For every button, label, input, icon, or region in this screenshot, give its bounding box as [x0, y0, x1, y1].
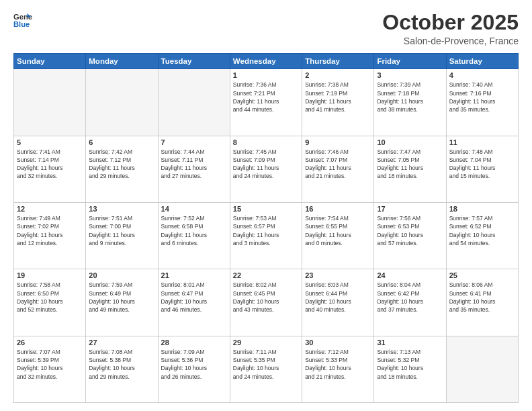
day-number: 11	[449, 138, 515, 146]
calendar-table: SundayMondayTuesdayWednesdayThursdayFrid…	[13, 53, 519, 403]
logo-icon: General Blue	[13, 11, 32, 30]
day-number: 16	[305, 205, 371, 213]
day-info: Sunrise: 7:45 AM Sunset: 7:09 PM Dayligh…	[233, 148, 299, 181]
calendar-cell: 12Sunrise: 7:49 AM Sunset: 7:02 PM Dayli…	[14, 202, 86, 269]
day-info: Sunrise: 7:13 AM Sunset: 5:32 PM Dayligh…	[377, 348, 443, 381]
week-row-4: 26Sunrise: 7:07 AM Sunset: 5:39 PM Dayli…	[14, 336, 519, 402]
calendar-cell: 21Sunrise: 8:01 AM Sunset: 6:47 PM Dayli…	[158, 269, 230, 336]
calendar-cell: 31Sunrise: 7:13 AM Sunset: 5:32 PM Dayli…	[374, 336, 446, 402]
calendar-cell: 28Sunrise: 7:09 AM Sunset: 5:36 PM Dayli…	[158, 336, 230, 402]
calendar-cell: 20Sunrise: 7:59 AM Sunset: 6:49 PM Dayli…	[86, 269, 158, 336]
calendar-cell: 7Sunrise: 7:44 AM Sunset: 7:11 PM Daylig…	[158, 136, 230, 202]
day-number: 17	[377, 205, 443, 213]
day-number: 30	[305, 338, 371, 347]
day-info: Sunrise: 8:04 AM Sunset: 6:42 PM Dayligh…	[377, 281, 443, 314]
day-number: 29	[233, 338, 299, 347]
day-info: Sunrise: 7:08 AM Sunset: 5:38 PM Dayligh…	[89, 348, 154, 381]
day-number: 13	[89, 205, 154, 213]
logo: General Blue	[13, 11, 32, 30]
calendar-cell: 11Sunrise: 7:48 AM Sunset: 7:04 PM Dayli…	[446, 136, 518, 202]
calendar-cell: 17Sunrise: 7:56 AM Sunset: 6:53 PM Dayli…	[374, 202, 446, 269]
day-info: Sunrise: 7:52 AM Sunset: 6:58 PM Dayligh…	[161, 214, 227, 247]
day-info: Sunrise: 7:36 AM Sunset: 7:21 PM Dayligh…	[233, 81, 299, 113]
calendar-cell: 5Sunrise: 7:41 AM Sunset: 7:14 PM Daylig…	[14, 136, 86, 202]
weekday-header-saturday: Saturday	[446, 54, 518, 69]
weekday-header-tuesday: Tuesday	[158, 54, 230, 69]
calendar-cell: 16Sunrise: 7:54 AM Sunset: 6:55 PM Dayli…	[302, 202, 374, 269]
calendar-cell: 23Sunrise: 8:03 AM Sunset: 6:44 PM Dayli…	[302, 269, 374, 336]
day-number: 28	[161, 338, 227, 347]
day-info: Sunrise: 7:38 AM Sunset: 7:19 PM Dayligh…	[305, 81, 371, 113]
day-number: 22	[233, 271, 299, 279]
day-number: 20	[89, 271, 154, 279]
weekday-header-sunday: Sunday	[14, 54, 86, 69]
day-number: 21	[161, 271, 227, 279]
calendar-cell: 29Sunrise: 7:11 AM Sunset: 5:35 PM Dayli…	[230, 336, 302, 402]
calendar-cell: 26Sunrise: 7:07 AM Sunset: 5:39 PM Dayli…	[14, 336, 86, 402]
day-info: Sunrise: 7:41 AM Sunset: 7:14 PM Dayligh…	[17, 148, 83, 181]
day-number: 12	[17, 205, 83, 213]
day-number: 18	[449, 205, 515, 213]
day-info: Sunrise: 8:01 AM Sunset: 6:47 PM Dayligh…	[161, 281, 227, 314]
day-info: Sunrise: 7:54 AM Sunset: 6:55 PM Dayligh…	[305, 214, 371, 247]
day-info: Sunrise: 7:46 AM Sunset: 7:07 PM Dayligh…	[305, 148, 371, 181]
day-info: Sunrise: 7:48 AM Sunset: 7:04 PM Dayligh…	[449, 148, 515, 181]
calendar-cell: 27Sunrise: 7:08 AM Sunset: 5:38 PM Dayli…	[86, 336, 158, 402]
day-info: Sunrise: 7:11 AM Sunset: 5:35 PM Dayligh…	[233, 348, 299, 381]
day-number: 23	[305, 271, 371, 279]
day-info: Sunrise: 7:47 AM Sunset: 7:05 PM Dayligh…	[377, 148, 443, 181]
calendar-cell: 13Sunrise: 7:51 AM Sunset: 7:00 PM Dayli…	[86, 202, 158, 269]
calendar-cell: 30Sunrise: 7:12 AM Sunset: 5:33 PM Dayli…	[302, 336, 374, 402]
page: General Blue October 2025 Salon-de-Prove…	[0, 0, 532, 411]
day-number: 3	[377, 71, 443, 79]
day-number: 4	[449, 71, 515, 79]
location: Salon-de-Provence, France	[382, 36, 519, 46]
svg-text:Blue: Blue	[13, 20, 30, 28]
day-number: 31	[377, 338, 443, 347]
week-row-3: 19Sunrise: 7:58 AM Sunset: 6:50 PM Dayli…	[14, 269, 519, 336]
calendar-cell: 14Sunrise: 7:52 AM Sunset: 6:58 PM Dayli…	[158, 202, 230, 269]
week-row-2: 12Sunrise: 7:49 AM Sunset: 7:02 PM Dayli…	[14, 202, 519, 269]
day-info: Sunrise: 7:56 AM Sunset: 6:53 PM Dayligh…	[377, 214, 443, 247]
calendar-cell: 10Sunrise: 7:47 AM Sunset: 7:05 PM Dayli…	[374, 136, 446, 202]
day-number: 19	[17, 271, 83, 279]
weekday-header-friday: Friday	[374, 54, 446, 69]
day-info: Sunrise: 7:39 AM Sunset: 7:18 PM Dayligh…	[377, 81, 443, 113]
calendar-cell: 22Sunrise: 8:02 AM Sunset: 6:45 PM Dayli…	[230, 269, 302, 336]
day-info: Sunrise: 7:40 AM Sunset: 7:16 PM Dayligh…	[449, 81, 515, 113]
month-title: October 2025	[382, 11, 519, 34]
day-info: Sunrise: 7:44 AM Sunset: 7:11 PM Dayligh…	[161, 148, 227, 181]
day-info: Sunrise: 7:58 AM Sunset: 6:50 PM Dayligh…	[17, 281, 83, 314]
calendar-cell: 24Sunrise: 8:04 AM Sunset: 6:42 PM Dayli…	[374, 269, 446, 336]
calendar-cell	[158, 69, 230, 136]
calendar-cell	[446, 336, 518, 402]
header: General Blue October 2025 Salon-de-Prove…	[13, 11, 519, 46]
calendar-cell: 9Sunrise: 7:46 AM Sunset: 7:07 PM Daylig…	[302, 136, 374, 202]
day-number: 10	[377, 138, 443, 146]
day-number: 8	[233, 138, 299, 146]
calendar-cell	[14, 69, 86, 136]
day-info: Sunrise: 7:42 AM Sunset: 7:12 PM Dayligh…	[89, 148, 154, 181]
day-info: Sunrise: 7:59 AM Sunset: 6:49 PM Dayligh…	[89, 281, 154, 314]
calendar-cell: 19Sunrise: 7:58 AM Sunset: 6:50 PM Dayli…	[14, 269, 86, 336]
day-info: Sunrise: 7:51 AM Sunset: 7:00 PM Dayligh…	[89, 214, 154, 247]
weekday-header-wednesday: Wednesday	[230, 54, 302, 69]
calendar-cell: 18Sunrise: 7:57 AM Sunset: 6:52 PM Dayli…	[446, 202, 518, 269]
day-number: 15	[233, 205, 299, 213]
day-number: 1	[233, 71, 299, 79]
weekday-header-monday: Monday	[86, 54, 158, 69]
day-number: 7	[161, 138, 227, 146]
week-row-0: 1Sunrise: 7:36 AM Sunset: 7:21 PM Daylig…	[14, 69, 519, 136]
day-number: 27	[89, 338, 154, 347]
calendar-cell: 2Sunrise: 7:38 AM Sunset: 7:19 PM Daylig…	[302, 69, 374, 136]
day-info: Sunrise: 8:02 AM Sunset: 6:45 PM Dayligh…	[233, 281, 299, 314]
calendar-cell: 3Sunrise: 7:39 AM Sunset: 7:18 PM Daylig…	[374, 69, 446, 136]
day-number: 25	[449, 271, 515, 279]
day-info: Sunrise: 8:06 AM Sunset: 6:41 PM Dayligh…	[449, 281, 515, 314]
day-info: Sunrise: 7:49 AM Sunset: 7:02 PM Dayligh…	[17, 214, 83, 247]
day-number: 24	[377, 271, 443, 279]
day-number: 5	[17, 138, 83, 146]
day-number: 9	[305, 138, 371, 146]
weekday-header-row: SundayMondayTuesdayWednesdayThursdayFrid…	[14, 54, 519, 69]
day-info: Sunrise: 7:53 AM Sunset: 6:57 PM Dayligh…	[233, 214, 299, 247]
